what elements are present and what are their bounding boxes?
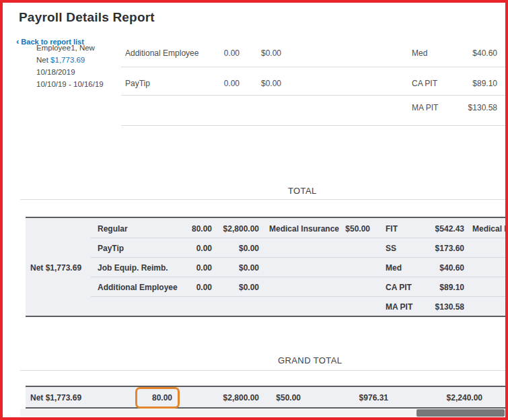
table-row-divider — [91, 277, 505, 277]
row-divider — [121, 125, 505, 126]
net-amount-link[interactable]: $1,773.69 — [50, 56, 85, 64]
pay-row-label: Additional Employee — [125, 48, 198, 58]
page-title: Payroll Details Report — [19, 10, 155, 25]
table-row-divider — [91, 257, 505, 258]
pay-row-hours: 0.00 — [202, 79, 240, 88]
total-amount: $0.00 — [212, 283, 259, 292]
grand-taxes: $976.31 — [347, 393, 388, 403]
total-hours: 80.00 — [174, 224, 212, 234]
tax-row-amount: $40.60 — [457, 48, 497, 58]
total-net-amount: Net $1,773.69 — [30, 263, 81, 273]
total-tax-amount: $89.10 — [420, 283, 464, 292]
grand-deductions: $50.00 — [264, 393, 301, 403]
horizontal-scrollbar-thumb[interactable] — [416, 409, 505, 417]
total-amount: $2,800.00 — [212, 224, 259, 234]
tax-row-label: MA PIT — [412, 103, 438, 112]
row-divider — [121, 67, 505, 67]
chevron-left-icon: ‹ — [16, 36, 19, 46]
total-clipped-column: Medical In — [472, 224, 508, 234]
total-tax-label: MA PIT — [386, 302, 412, 312]
total-deduction-label: Medical Insurance — [269, 224, 339, 234]
total-tax-amount: $173.60 — [420, 244, 464, 253]
total-amount: $0.00 — [212, 263, 259, 273]
employee-name: Employee1, New — [36, 44, 95, 52]
table-row-divider — [91, 296, 505, 297]
section-divider — [20, 199, 505, 200]
grand-net: Net $1,773.69 — [30, 393, 81, 403]
total-pay-label: Additional Employee — [98, 283, 178, 292]
total-pay-label: Regular — [98, 224, 128, 234]
pay-row-amount: $0.00 — [244, 79, 281, 88]
payroll-details-report-page: Payroll Details Report ‹Back to report l… — [3, 3, 505, 417]
grand-total-heading: GRAND TOTAL — [278, 355, 342, 365]
total-amount: $0.00 — [212, 244, 259, 253]
row-divider — [121, 95, 505, 96]
total-hours: 0.00 — [174, 244, 212, 253]
total-tax-label: CA PIT — [386, 283, 412, 292]
tax-row-label: Med — [412, 48, 427, 58]
highlight-box — [135, 387, 180, 409]
tax-row-amount: $130.58 — [457, 103, 497, 112]
grand-net-pay: $2,240.00 — [431, 393, 482, 403]
total-tax-label: Med — [386, 263, 402, 273]
pay-row-amount: $0.00 — [244, 48, 281, 58]
total-pay-label: Job Equip. Reimb. — [98, 263, 168, 273]
check-date: 10/18/2019 — [36, 68, 75, 76]
total-tax-label: SS — [386, 244, 396, 253]
pay-row-hours: 0.00 — [202, 48, 240, 58]
total-tax-label: FIT — [386, 224, 398, 234]
net-label: Net — [36, 56, 48, 64]
table-row-divider — [91, 238, 505, 238]
total-hours: 0.00 — [174, 283, 212, 292]
total-tax-amount: $542.43 — [420, 224, 464, 234]
pay-row-label: PayTip — [125, 79, 150, 88]
total-heading: TOTAL — [288, 186, 317, 196]
total-pay-label: PayTip — [98, 244, 124, 253]
grand-gross: $2,800.00 — [212, 393, 259, 403]
pay-period: 10/10/19 - 10/16/19 — [36, 80, 104, 88]
total-hours: 0.00 — [174, 263, 212, 273]
total-deduction-amount: $50.00 — [332, 224, 370, 234]
tax-row-amount: $89.10 — [457, 79, 497, 88]
total-tax-amount: $40.60 — [420, 263, 464, 273]
total-tax-amount: $130.58 — [420, 302, 464, 312]
employee-net-line: Net $1,773.69 — [36, 56, 85, 64]
section-divider — [20, 370, 505, 371]
tax-row-label: CA PIT — [412, 79, 437, 88]
